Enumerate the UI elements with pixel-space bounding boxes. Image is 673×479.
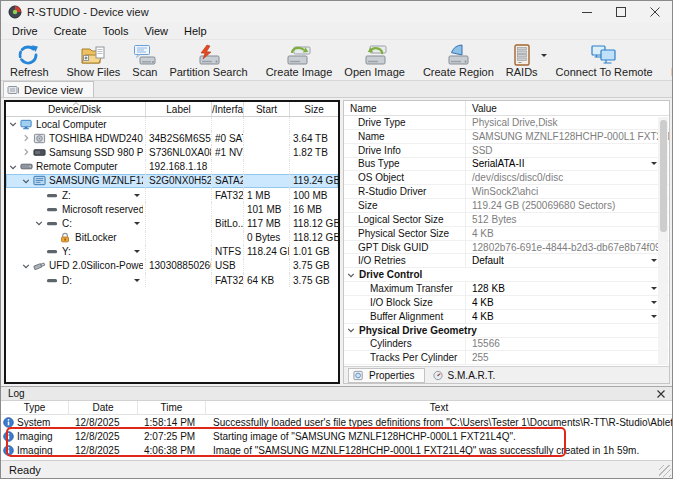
open-image-icon [362,44,388,66]
log-row-1-system[interactable]: System12/8/20251:58:14 PMSuccessfully lo… [1,415,672,429]
create-region-button[interactable]: Create Region [417,41,500,79]
dropdown-arrow-icon[interactable] [651,301,657,307]
raids-button[interactable]: RAIDs [500,41,544,79]
view-tab-bar: Device view [1,81,672,98]
property-group-physical-drive-geometry[interactable]: Physical Drive Geometry [344,324,669,338]
property-row-cylinders: Cylinders15566 [344,338,669,352]
column-header-label[interactable]: Label [146,102,212,116]
device-row-local-computer[interactable]: Local Computer [6,117,338,131]
create-image-button[interactable]: Create Image [260,41,339,79]
menu-bar: DriveCreateToolsViewHelp [1,23,672,39]
tab-device-view-label: Device view [24,84,83,96]
chevron-right-icon [21,134,30,142]
column-header-start[interactable]: Start [244,102,290,116]
dropdown-arrow-icon[interactable] [651,315,657,321]
log-column-type[interactable]: Type [1,401,69,414]
computer-icon [20,119,33,130]
device-name: C: [62,218,72,229]
raids-label: RAIDs [506,66,538,78]
device-row-c[interactable]: C:BitLo...117 MB118.12 GB [6,216,338,230]
dropdown-arrow-icon[interactable] [134,250,140,256]
dropdown-arrow-icon[interactable] [651,287,657,293]
refresh-button[interactable]: Refresh [4,41,55,79]
usb-drive-icon [33,260,46,271]
menu-item-help[interactable]: Help [176,24,215,38]
dropdown-arrow-icon[interactable] [651,259,657,265]
tab-s-m-a-r-t[interactable]: S.M.A.R.T. [428,368,505,383]
column-header-interface[interactable]: /Interfa [212,102,244,116]
resize-grip[interactable] [659,465,671,477]
device-row-ufd-2-0silicon-power4g[interactable]: UFD 2.0Silicon-Power4G ...1303088502600.… [6,259,338,273]
window-controls [570,1,672,23]
partition-icon [46,218,59,229]
properties-rows: Drive TypePhysical Drive,DiskNameSAMSUNG… [344,116,669,366]
device-row-microsoft-reserved-p[interactable]: Microsoft reserved p...101 MB16 MB [6,202,338,216]
dropdown-arrow-icon[interactable] [134,194,140,200]
log-column-date[interactable]: Date [69,401,138,414]
remote-drive-icon [33,175,46,186]
menu-item-tools[interactable]: Tools [95,24,137,38]
device-row-y[interactable]: Y:NTFS118.24 GB1.01 GB [6,245,338,259]
maximize-button[interactable] [604,1,638,23]
open-image-button[interactable]: Open Image [338,41,411,79]
properties-panel: Name Value Drive TypePhysical Drive,Disk… [343,100,670,384]
dropdown-arrow-icon[interactable] [651,162,657,168]
dropdown-arrow-icon[interactable] [134,279,140,285]
property-value-buffer-alignment[interactable]: 4 KB [466,311,669,322]
log-row-3-imaging[interactable]: Imaging12/8/20254:06:38 PMImage of "SAMS… [1,443,672,457]
bitlocker-lock-icon [59,232,72,243]
minimize-button[interactable] [570,1,604,23]
menu-item-create[interactable]: Create [46,24,95,38]
partition-search-button[interactable]: Partition Search [163,41,253,79]
property-value-i-o-retries[interactable]: Default [466,255,669,266]
device-tree-rows: Local ComputerTOSHIBA HDWD240 KQ0...34B2… [6,117,338,382]
create-region-icon [446,44,470,66]
properties-column-value[interactable]: Value [466,101,669,115]
menu-item-drive[interactable]: Drive [4,24,46,38]
properties-column-name[interactable]: Name [344,101,466,115]
raids-icon [511,44,533,66]
device-name: Y: [62,246,71,257]
property-value-i-o-block-size[interactable]: 4 KB [466,297,669,308]
properties-scrollbar[interactable] [658,117,668,365]
column-header-device-disk[interactable]: Device/Disk [6,102,146,116]
device-tree-header: Device/Disk Label /Interfa Start Size [6,102,338,117]
raids-dropdown-icon[interactable] [541,54,547,60]
log-header: Type Date Time Text [1,401,672,415]
device-row-z[interactable]: Z:FAT321 MB100 MB [6,188,338,202]
property-value-bus-type[interactable]: SerialATA-II [466,158,669,169]
scrollbar-thumb[interactable] [660,120,667,232]
log-row-2-imaging[interactable]: Imaging12/8/20252:07:25 PMStarting image… [1,429,672,443]
remove-button: Remove [665,41,673,79]
log-close-icon[interactable] [657,390,665,398]
tab-properties[interactable]: Properties [348,368,425,383]
properties-tab-icon [353,370,365,381]
device-row-samsung-mznlf128h[interactable]: SAMSUNG MZNLF128H...S2G0NX0H523...SATA2,… [6,174,338,188]
property-group-drive-control[interactable]: Drive Control [344,268,669,282]
device-row-bitlocker[interactable]: BitLocker0 Bytes118.12 GB [6,231,338,245]
device-row-samsung-ssd-980-pro-2[interactable]: Samsung SSD 980 PRO 2...S736NL0XA088...#… [6,145,338,159]
log-column-text[interactable]: Text [206,401,672,414]
property-value-maximum-transfer[interactable]: 128 KB [466,283,669,294]
chevron-down-icon [347,271,355,279]
log-column-time[interactable]: Time [138,401,206,414]
close-button[interactable] [638,1,672,23]
scan-button[interactable]: Scan [126,41,163,79]
device-row-d[interactable]: D:FAT3264 KB3.75 GB [6,273,338,287]
tab-device-view[interactable]: Device view [3,81,94,97]
device-row-remote-computer[interactable]: Remote Computer192.168.1.18 [6,160,338,174]
property-value-physical-sector-size: 4 KB [466,228,669,239]
connect-to-remote-button[interactable]: Connect To Remote [550,41,659,79]
property-row-gpt-disk-guid: GPT Disk GUID12802b76-691e-4844-b2d3-db6… [344,241,669,255]
property-row-logical-sector-size: Logical Sector Size512 Bytes [344,213,669,227]
create-image-icon [286,44,312,66]
scan-label: Scan [132,66,157,78]
dropdown-arrow-icon[interactable] [134,222,140,228]
device-row-toshiba-hdwd240-kq0[interactable]: TOSHIBA HDWD240 KQ0...34B2S6M6S5HH#0 SAT… [6,131,338,145]
show-files-button[interactable]: Show Files [61,41,127,79]
partition-icon [46,190,59,201]
menu-item-view[interactable]: View [136,24,176,38]
column-header-size[interactable]: Size [290,102,338,116]
device-name: Microsoft reserved p... [62,204,143,215]
smart-tab-icon [432,370,444,381]
